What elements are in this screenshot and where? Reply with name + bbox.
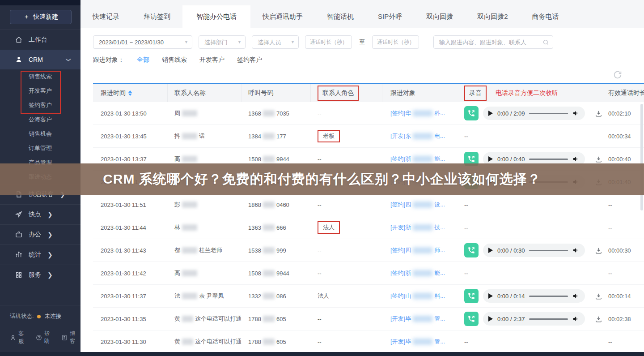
target-option-开发客户[interactable]: 开发客户 xyxy=(199,56,225,64)
tab-SIP外呼[interactable]: SIP外呼 xyxy=(366,5,414,28)
chevron-right-icon xyxy=(47,271,53,279)
sort-icon[interactable] xyxy=(128,90,132,96)
footer-link-帮助[interactable]: 帮助 xyxy=(36,330,50,345)
play-icon[interactable] xyxy=(488,111,493,116)
audio-player[interactable]: 0:00 / 2:09 xyxy=(483,107,585,120)
volume-icon[interactable] xyxy=(572,110,580,117)
sidebar-item-销售线索[interactable]: 销售线索 xyxy=(0,69,80,84)
redacted-blur xyxy=(263,133,275,139)
sidebar-item-crm[interactable]: CRM xyxy=(0,50,80,69)
duration-min-input[interactable] xyxy=(305,35,352,49)
column-header-有效通话时长[interactable]: 有效通话时长 xyxy=(599,84,644,102)
call-button[interactable] xyxy=(464,312,479,326)
sidebar-item-订单管理[interactable]: 订单管理 xyxy=(0,141,80,155)
tab-双向回拨2[interactable]: 双向回拨2 xyxy=(465,5,520,28)
volume-icon[interactable] xyxy=(572,292,580,300)
follow-target-link[interactable]: [签约]四设... xyxy=(390,201,445,209)
search-icon[interactable] xyxy=(542,39,549,46)
table-row[interactable]: 2023-01-30 13:50周13687035--[签约]华科...0:00… xyxy=(93,102,644,125)
audio-time: 0:00 / 0:14 xyxy=(497,293,525,300)
audio-progress-bar[interactable] xyxy=(529,250,568,251)
column-header-跟进时间[interactable]: 跟进时间 xyxy=(93,84,168,102)
follow-target-link[interactable]: [开发]毕管... xyxy=(390,338,445,346)
search-input[interactable] xyxy=(433,35,553,49)
sidebar-item-公海客户[interactable]: 公海客户 xyxy=(0,112,80,127)
play-icon[interactable] xyxy=(488,248,493,253)
tab-拜访签到[interactable]: 拜访签到 xyxy=(131,5,182,28)
department-select-input[interactable] xyxy=(199,35,246,49)
table-row[interactable]: 2023-01-30 13:45抖话1384177老板[开发]东电...--00… xyxy=(93,125,644,148)
audio-progress-bar[interactable] xyxy=(529,159,568,160)
sidebar-group-办公[interactable]: 办公 xyxy=(0,224,80,244)
follow-target-link[interactable]: [开发]浙技... xyxy=(390,223,445,232)
sidebar-item-开发客户[interactable]: 开发客户 xyxy=(0,84,80,98)
target-option-全部[interactable]: 全部 xyxy=(137,56,149,64)
table-row[interactable]: 2023-01-30 11:37法表 尹翠凤1332086法人[签约]山料...… xyxy=(93,285,644,308)
duration-max-input[interactable] xyxy=(372,35,419,49)
cell-recording: -- xyxy=(456,224,599,231)
audio-player[interactable]: 0:00 / 0:14 xyxy=(483,289,585,303)
audio-player[interactable]: 0:00 / 2:37 xyxy=(483,312,585,326)
table-row[interactable]: 2023-01-30 11:35黄这个电话可以打通1788605--[开发]毕管… xyxy=(93,308,644,330)
footer-link-博客[interactable]: 博客 xyxy=(61,330,76,345)
audio-progress-bar[interactable] xyxy=(529,318,568,320)
refresh-icon[interactable] xyxy=(613,70,623,80)
column-header-联系人名称[interactable]: 联系人名称 xyxy=(168,84,242,102)
cell-follow-target: [签约]四设... xyxy=(382,201,456,209)
tab-商务电话[interactable]: 商务电话 xyxy=(520,5,571,28)
cell-phone-number: 1384177 xyxy=(242,133,311,140)
staff-select-input[interactable] xyxy=(252,35,299,49)
audio-player[interactable]: 0:00 / 0:30 xyxy=(483,244,585,257)
target-option-签约客户[interactable]: 签约客户 xyxy=(237,56,262,64)
follow-target-link[interactable]: [签约]浙能... xyxy=(390,155,445,163)
tab-快速记录[interactable]: 快速记录 xyxy=(80,5,131,28)
play-icon[interactable] xyxy=(488,293,493,299)
sidebar-item-label: CRM xyxy=(29,56,43,63)
follow-target-link[interactable]: [开发]东电... xyxy=(390,132,445,140)
cell-contact-name: 彭 xyxy=(168,201,242,209)
call-button[interactable] xyxy=(464,289,479,303)
target-option-销售线索[interactable]: 销售线索 xyxy=(162,56,187,64)
sidebar-group-服务[interactable]: 服务 xyxy=(0,265,80,285)
filter-bar: ▼ ▼ ▼ 至 xyxy=(93,35,644,49)
column-header-跟进对象[interactable]: 跟进对象 xyxy=(382,84,456,102)
volume-icon[interactable] xyxy=(572,315,580,322)
sidebar-item-workbench[interactable]: 工作台 xyxy=(0,30,80,50)
table-row[interactable]: 2023-01-30 11:30黄这个电话可以打通1788605--[开发]毕管… xyxy=(93,330,644,353)
volume-icon[interactable] xyxy=(572,247,580,254)
sidebar-group-统计[interactable]: 统计 xyxy=(0,244,80,265)
blog-icon xyxy=(61,335,68,341)
date-range-input[interactable] xyxy=(93,35,192,49)
cell-effective-duration: 00:02:10 xyxy=(599,110,644,117)
status-dot-icon xyxy=(37,315,41,318)
quick-create-button[interactable]: ＋ 快速新建 xyxy=(10,10,72,24)
tab-智能话机[interactable]: 智能话机 xyxy=(315,5,366,28)
cell-contact-role: -- xyxy=(311,339,382,345)
tab-智能办公电话[interactable]: 智能办公电话 xyxy=(182,5,250,28)
table-row[interactable]: 2023-01-30 11:44林1363666法人[开发]浙技...---- xyxy=(93,216,644,239)
tab-双向回拨[interactable]: 双向回拨 xyxy=(414,5,465,28)
follow-target-link[interactable]: [签约]华科... xyxy=(390,109,445,117)
sidebar-item-签约客户[interactable]: 签约客户 xyxy=(0,98,80,112)
audio-progress-bar[interactable] xyxy=(529,113,568,114)
footer-link-客服[interactable]: 客服 xyxy=(10,330,24,345)
follow-target-link[interactable]: [签约]山料... xyxy=(390,292,445,300)
play-icon[interactable] xyxy=(488,316,493,322)
call-button[interactable] xyxy=(464,243,479,257)
column-header-录音[interactable]: 录音电话录音方便二次收听 xyxy=(456,84,599,102)
follow-target-link[interactable]: [签约]浙能... xyxy=(390,269,445,277)
call-button[interactable] xyxy=(464,106,479,120)
table-row[interactable]: 2023-01-30 11:51彭18680460--[签约]四设...---- xyxy=(93,193,644,216)
column-header-联系人角色[interactable]: 联系人角色 xyxy=(311,84,382,102)
volume-icon[interactable] xyxy=(572,155,580,163)
table-row[interactable]: 2023-01-30 11:43都桂兰老师1538999--[签约]四师...0… xyxy=(93,239,644,262)
sidebar-item-销售机会[interactable]: 销售机会 xyxy=(0,127,80,141)
follow-target-link[interactable]: [签约]四师... xyxy=(390,246,445,254)
play-icon[interactable] xyxy=(488,156,493,162)
follow-target-link[interactable]: [开发]毕管... xyxy=(390,315,445,323)
audio-progress-bar[interactable] xyxy=(529,296,568,297)
sidebar-group-快点[interactable]: 快点 xyxy=(0,204,80,224)
column-header-呼叫号码[interactable]: 呼叫号码 xyxy=(242,84,311,102)
tab-快启通讯助手[interactable]: 快启通讯助手 xyxy=(250,5,315,28)
table-row[interactable]: 2023-01-30 11:42高15089944--[签约]浙能...---- xyxy=(93,262,644,285)
